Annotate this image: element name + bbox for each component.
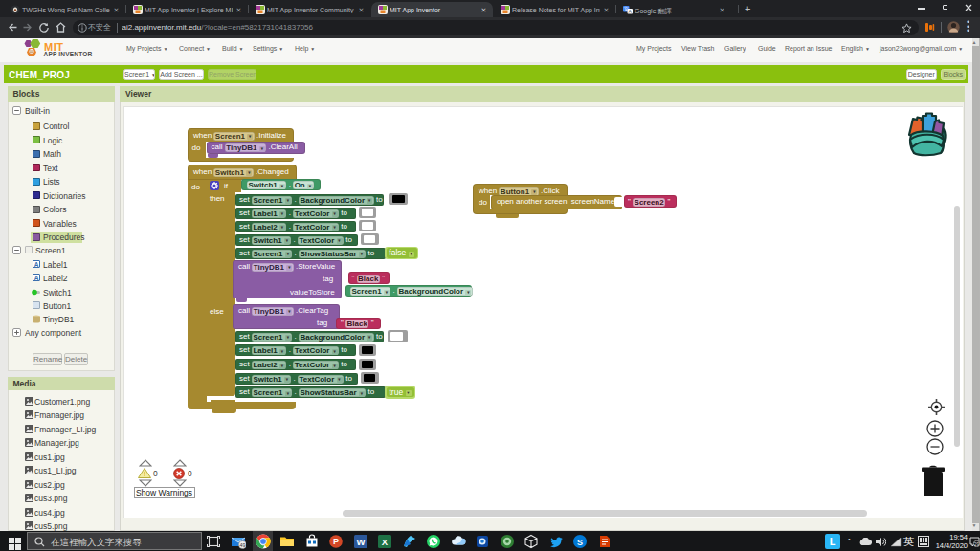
svg-text:X: X [382, 537, 389, 547]
svg-text:49: 49 [239, 542, 245, 548]
svg-text:P: P [333, 537, 339, 546]
svg-text:S: S [577, 537, 583, 546]
svg-text:29: 29 [974, 541, 980, 547]
svg-text:W: W [356, 537, 365, 547]
svg-text:!: ! [144, 471, 145, 477]
